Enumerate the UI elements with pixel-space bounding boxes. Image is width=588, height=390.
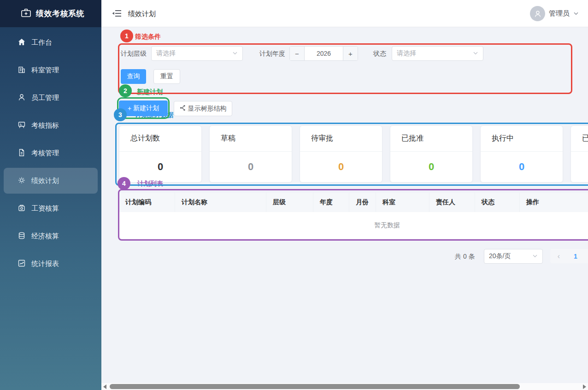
scroll-right-arrow-icon[interactable] xyxy=(583,384,586,389)
sidebar-item-workbench[interactable]: 工作台 xyxy=(0,29,101,56)
page-size-select[interactable]: 20条/页 xyxy=(484,249,543,264)
search-button[interactable]: 查询 xyxy=(121,69,146,84)
stat-card-value: 0 xyxy=(390,152,472,182)
current-page-button[interactable]: 1 xyxy=(569,253,582,260)
stat-card-value: 0 xyxy=(119,152,201,182)
stat-card-value: 0 xyxy=(300,152,382,182)
medkit-icon xyxy=(21,8,31,19)
show-tree-label: 显示树形结构 xyxy=(188,105,227,113)
column-header-name: 计划名称 xyxy=(175,193,266,212)
new-plan-label: 新建计划 xyxy=(133,104,159,112)
filter-level-label: 计划层级 xyxy=(121,46,147,61)
sidebar-item-economics[interactable]: 经济核算 xyxy=(0,222,101,250)
stat-card-value: 0 xyxy=(571,152,588,182)
column-header-level: 层级 xyxy=(266,193,313,212)
sidebar-item-label: 统计报表 xyxy=(31,260,59,268)
reset-button[interactable]: 重置 xyxy=(153,69,180,84)
column-header-actions: 操作 xyxy=(520,193,588,212)
top-header: 绩效计划 管理员 xyxy=(101,0,588,27)
username: 管理员 xyxy=(549,9,570,18)
sidebar-item-indicators[interactable]: 考核指标 xyxy=(0,112,101,139)
pagination-total: 共 0 条 xyxy=(455,253,475,261)
sidebar-item-performance-plan[interactable]: 绩效计划 xyxy=(4,168,98,194)
scroll-left-arrow-icon[interactable] xyxy=(103,384,106,389)
plus-icon: + xyxy=(128,105,131,112)
sidebar-item-label: 考核管理 xyxy=(31,149,59,158)
stat-card-title: 已 xyxy=(571,126,588,152)
column-header-month: 月份 xyxy=(349,193,376,212)
year-increase-button[interactable]: + xyxy=(343,47,358,60)
sidebar-item-assessments[interactable]: 考核管理 xyxy=(0,139,101,167)
annotation-1-circle: 1 xyxy=(120,30,133,42)
stat-card-value: 0 xyxy=(210,152,292,182)
wallet-icon xyxy=(18,204,26,213)
plan-year-stepper: − 2026 + xyxy=(289,46,358,61)
next-page-button[interactable]: › xyxy=(586,252,588,260)
chevron-down-icon xyxy=(573,10,579,18)
sidebar-item-reports[interactable]: 统计报表 xyxy=(0,250,101,278)
prev-page-button[interactable]: ‹ xyxy=(552,252,565,260)
document-icon xyxy=(18,148,26,158)
gear-icon xyxy=(18,176,26,186)
user-icon xyxy=(18,93,26,103)
avatar xyxy=(530,6,545,21)
stat-card-pending: 待审批 0 xyxy=(300,125,382,183)
breadcrumb: 绩效计划 xyxy=(128,10,156,18)
horizontal-scrollbar xyxy=(101,383,588,390)
share-icon xyxy=(180,105,186,112)
table-empty-state: 暂无数据 xyxy=(119,212,588,239)
stat-card-approved: 已批准 0 xyxy=(390,125,473,183)
show-tree-button[interactable]: 显示树形结构 xyxy=(174,101,232,116)
column-header-department: 科室 xyxy=(376,193,429,212)
status-select[interactable]: 请选择 xyxy=(392,46,483,61)
app-title: 绩效考核系统 xyxy=(36,8,84,19)
chart-icon xyxy=(18,259,26,269)
pager: ‹ 1 › xyxy=(550,249,588,263)
stat-card-executing: 执行中 0 xyxy=(480,125,563,183)
stat-card-draft: 草稿 0 xyxy=(209,125,292,183)
sidebar-item-label: 经济核算 xyxy=(31,232,59,241)
stat-card-title: 已批准 xyxy=(390,126,472,152)
annotation-2-label: 新建计划 xyxy=(137,88,163,96)
select-placeholder: 请选择 xyxy=(397,49,416,58)
chevron-down-icon xyxy=(473,49,478,58)
home-icon xyxy=(18,38,26,47)
stat-card-title: 总计划数 xyxy=(119,126,201,152)
chevron-down-icon xyxy=(232,49,238,58)
table-header-row: 计划编码 计划名称 层级 年度 月份 科室 责任人 状态 操作 xyxy=(119,193,588,212)
stat-card-value: 0 xyxy=(481,152,563,182)
select-placeholder: 请选择 xyxy=(156,49,176,58)
stat-card-total: 总计划数 0 xyxy=(119,125,202,183)
sidebar: 绩效考核系统 工作台 科室管理 员工管理 xyxy=(0,0,101,390)
user-menu[interactable]: 管理员 xyxy=(530,6,579,21)
column-header-owner: 责任人 xyxy=(429,193,475,212)
chevron-down-icon xyxy=(532,252,538,260)
column-header-code: 计划编码 xyxy=(119,193,175,212)
filter-status-label: 状态 xyxy=(373,46,386,61)
plan-level-select[interactable]: 请选择 xyxy=(151,46,243,61)
stat-card-title: 草稿 xyxy=(210,126,292,152)
sidebar-item-label: 工作台 xyxy=(31,38,52,47)
app-logo: 绩效考核系统 xyxy=(0,0,101,27)
year-decrease-button[interactable]: − xyxy=(290,47,305,60)
sidebar-item-departments[interactable]: 科室管理 xyxy=(0,56,101,84)
column-header-status: 状态 xyxy=(475,193,520,212)
sidebar-item-salary[interactable]: 工资核算 xyxy=(0,195,101,222)
board-icon xyxy=(18,121,26,130)
stat-card-title: 待审批 xyxy=(300,126,382,152)
sidebar-item-label: 科室管理 xyxy=(31,66,59,75)
sidebar-item-label: 员工管理 xyxy=(31,94,59,102)
collapse-sidebar-icon[interactable] xyxy=(112,9,122,18)
scrollbar-thumb[interactable] xyxy=(110,384,520,389)
plan-table: 计划编码 计划名称 层级 年度 月份 科室 责任人 状态 操作 暂无数据 xyxy=(119,193,588,239)
year-input[interactable]: 2026 xyxy=(305,47,343,60)
filter-year-label: 计划年度 xyxy=(259,46,285,61)
app-window: 绩效考核系统 工作台 科室管理 员工管理 xyxy=(0,0,588,390)
building-icon xyxy=(18,65,26,75)
new-plan-button[interactable]: + 新建计划 xyxy=(119,100,168,116)
page-size-value: 20条/页 xyxy=(489,252,511,260)
column-header-year: 年度 xyxy=(313,193,349,212)
sidebar-item-label: 考核指标 xyxy=(31,121,59,130)
sidebar-item-label: 绩效计划 xyxy=(31,177,59,185)
sidebar-item-employees[interactable]: 员工管理 xyxy=(0,84,101,112)
